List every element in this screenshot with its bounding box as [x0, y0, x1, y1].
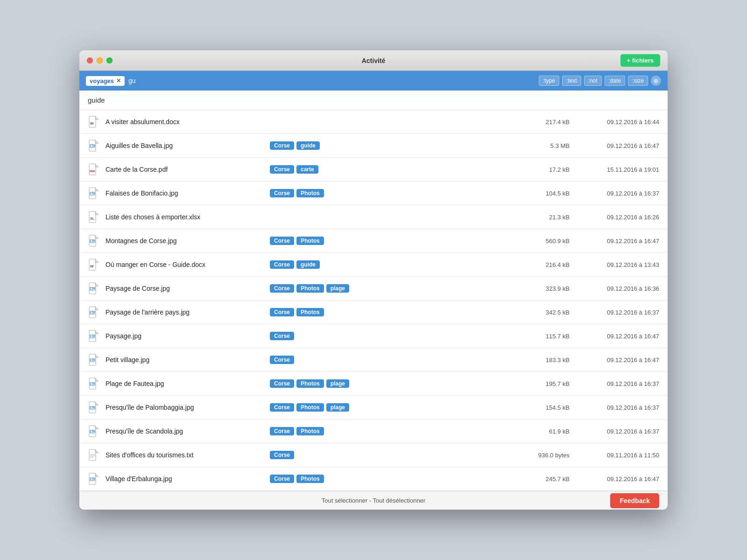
table-row[interactable]: Village d'Erbalunga.jpgCorsePhotos245.7 …	[79, 467, 668, 491]
select-all-link[interactable]: Tout sélectionner	[322, 497, 367, 504]
table-row[interactable]: Plage de Fautea.jpgCorsePhotosplage195.7…	[79, 372, 668, 396]
table-row[interactable]: Sites d'offices du tourismes.txtCorse936…	[79, 443, 668, 467]
file-tags: Corseguide	[270, 141, 513, 150]
filter-buttons: :type :text :not :date :size ⊗	[539, 76, 661, 86]
table-row[interactable]: Falaises de Bonifacio.jpgCorsePhotos104.…	[79, 182, 668, 205]
table-row[interactable]: Petit village.jpgCorse183.3 kB09.12.2016…	[79, 348, 668, 372]
tag-corse[interactable]: Corse	[270, 165, 294, 174]
tag-guide[interactable]: guide	[296, 141, 320, 150]
file-date: 09.12.2016 à 16:37	[575, 380, 659, 387]
tag-corse[interactable]: Corse	[270, 141, 294, 150]
tag-photos[interactable]: Photos	[296, 284, 324, 293]
clear-search-button[interactable]: ⊗	[651, 76, 661, 86]
tag-corse[interactable]: Corse	[270, 189, 294, 197]
filter-not[interactable]: :not	[584, 76, 602, 86]
tag-corse[interactable]: Corse	[270, 356, 294, 364]
filter-size[interactable]: :size	[628, 76, 648, 86]
file-size: 21.3 kB	[518, 214, 570, 221]
file-size: 560.9 kB	[518, 238, 570, 245]
tag-photos[interactable]: Photos	[296, 308, 324, 316]
tag-photos[interactable]: Photos	[296, 403, 324, 412]
tag-corse[interactable]: Corse	[270, 475, 294, 483]
autocomplete-suggestion: guide	[88, 96, 105, 104]
tag-corse[interactable]: Corse	[270, 237, 294, 245]
file-size: 216.4 kB	[518, 261, 570, 268]
tag-corse[interactable]: Corse	[270, 403, 294, 412]
tag-photos[interactable]: Photos	[296, 237, 324, 245]
table-row[interactable]: W A visiter absulument.docx217.4 kB09.12…	[79, 110, 668, 134]
tag-photos[interactable]: Photos	[296, 427, 324, 435]
file-icon	[88, 186, 100, 200]
file-icon	[88, 448, 100, 462]
file-icon	[88, 305, 100, 319]
file-size: 195.7 kB	[518, 380, 570, 387]
file-name: Liste des choses à emporter.xlsx	[106, 213, 264, 221]
file-icon	[88, 377, 100, 391]
file-date: 09.12.2016 à 16:26	[575, 214, 659, 221]
tag-corse[interactable]: Corse	[270, 379, 294, 388]
file-tags: CorsePhotosplage	[270, 284, 513, 293]
tag-photos[interactable]: Photos	[296, 475, 324, 483]
add-files-button[interactable]: + fichiers	[620, 54, 660, 67]
filter-type[interactable]: :type	[539, 76, 559, 86]
tag-carte[interactable]: carte	[296, 165, 318, 174]
file-name: Village d'Erbalunga.jpg	[106, 475, 264, 483]
filter-text[interactable]: :text	[562, 76, 581, 86]
file-icon: W	[88, 258, 100, 272]
file-date: 09.12.2016 à 16:36	[575, 285, 659, 292]
close-button[interactable]	[87, 57, 93, 63]
deselect-all-link[interactable]: Tout désélectionner	[373, 497, 425, 504]
tag-plage[interactable]: plage	[326, 403, 349, 412]
file-icon	[88, 234, 100, 248]
table-row[interactable]: Presqu'île de Scandola.jpgCorsePhotos61.…	[79, 420, 668, 443]
tag-voyages[interactable]: voyages ✕	[86, 76, 125, 86]
minimize-button[interactable]	[97, 57, 103, 63]
table-row[interactable]: Aiguilles de Bavella.jpgCorseguide5.3 MB…	[79, 134, 668, 158]
tag-label: voyages	[90, 77, 114, 84]
tag-corse[interactable]: Corse	[270, 427, 294, 435]
file-icon: PDF	[88, 162, 100, 176]
file-icon	[88, 353, 100, 367]
search-bar: voyages ✕ :type :text :not :date :size ⊗	[79, 71, 668, 91]
tag-corse[interactable]: Corse	[270, 308, 294, 316]
maximize-button[interactable]	[106, 57, 113, 63]
file-date: 09.12.2016 à 16:47	[575, 333, 659, 340]
table-row[interactable]: Paysage de Corse.jpgCorsePhotosplage323.…	[79, 277, 668, 301]
tag-corse[interactable]: Corse	[270, 284, 294, 293]
file-icon: W	[88, 115, 100, 129]
feedback-button[interactable]: Feedback	[610, 493, 659, 508]
file-name: Où manger en Corse - Guide.docx	[106, 261, 264, 268]
table-row[interactable]: Paysage de l'arrière pays.jpgCorsePhotos…	[79, 301, 668, 324]
search-input[interactable]	[128, 77, 535, 84]
autocomplete-dropdown[interactable]: guide	[79, 91, 668, 110]
table-row[interactable]: W Où manger en Corse - Guide.docxCorsegu…	[79, 253, 668, 277]
file-name: Plage de Fautea.jpg	[106, 380, 264, 387]
svg-text:PDF: PDF	[90, 170, 95, 173]
tag-corse[interactable]: Corse	[270, 260, 294, 269]
file-size: 115.7 kB	[518, 333, 570, 340]
tag-photos[interactable]: Photos	[296, 379, 324, 388]
file-name: Aiguilles de Bavella.jpg	[106, 142, 264, 149]
svg-text:W: W	[90, 264, 94, 268]
filter-date[interactable]: :date	[605, 76, 626, 86]
window-title: Activité	[362, 57, 386, 64]
tag-plage[interactable]: plage	[326, 284, 349, 293]
tag-corse[interactable]: Corse	[270, 451, 294, 459]
tag-guide[interactable]: guide	[296, 260, 320, 269]
file-date: 09.12.2016 à 16:47	[575, 238, 659, 245]
footer-links: Tout sélectionner - Tout désélectionner	[322, 497, 425, 504]
svg-rect-38	[89, 449, 96, 461]
tag-corse[interactable]: Corse	[270, 332, 294, 340]
table-row[interactable]: Paysage.jpgCorse115.7 kB09.12.2016 à 16:…	[79, 324, 668, 348]
file-size: 936.0 bytes	[518, 452, 570, 459]
file-size: 5.3 MB	[518, 142, 570, 149]
table-row[interactable]: Presqu'île de Palombaggia.jpgCorsePhotos…	[79, 396, 668, 420]
remove-tag-icon[interactable]: ✕	[116, 77, 121, 84]
table-row[interactable]: XL Liste des choses à emporter.xlsx21.3 …	[79, 205, 668, 229]
file-tags: Corse	[270, 332, 513, 340]
table-row[interactable]: Montagnes de Corse.jpgCorsePhotos560.9 k…	[79, 229, 668, 253]
file-tags: CorsePhotos	[270, 237, 513, 245]
tag-plage[interactable]: plage	[326, 379, 349, 388]
table-row[interactable]: PDF Carte de la Corse.pdfCorsecarte17.2 …	[79, 158, 668, 182]
tag-photos[interactable]: Photos	[296, 189, 324, 197]
